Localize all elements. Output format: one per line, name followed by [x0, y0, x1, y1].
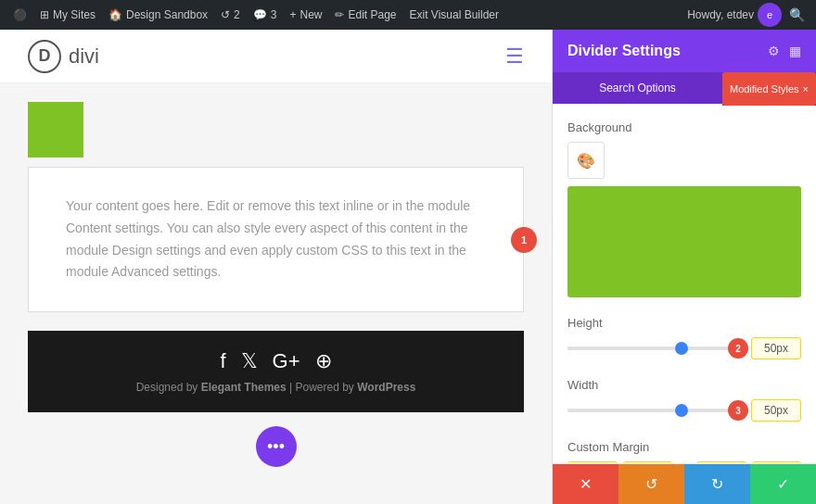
modified-close-icon[interactable]: × [803, 83, 809, 94]
update-icon: ↺ [221, 8, 230, 21]
panel-tabs: Search Options Modified Styles × [553, 72, 816, 106]
fab-area: ••• [28, 412, 524, 481]
footer-social-icons: f 𝕏 G+ ⊕ [46, 349, 505, 373]
margin-right-input[interactable] [752, 461, 802, 463]
plus-icon: + [289, 8, 296, 21]
background-section: Background 🎨 [567, 120, 801, 297]
height-section: Height 2 [567, 316, 801, 359]
badge-3: 3 [728, 400, 748, 421]
background-label: Background [567, 120, 801, 134]
margin-top-input[interactable] [567, 461, 618, 463]
height-input[interactable] [751, 337, 801, 359]
custom-margin-section: Custom Margin 4 Top Bottom ⛓ [567, 440, 801, 463]
page-builder: D divi ☰ Your content goes here. Edit or… [0, 30, 552, 504]
width-slider-row: 3 [567, 399, 801, 422]
content-card[interactable]: Your content goes here. Edit or remove t… [28, 167, 524, 312]
admin-bar-my-sites[interactable]: ⊞ My Sites [34, 0, 101, 30]
margin-left-field: Left [696, 461, 746, 463]
width-slider[interactable]: 3 [567, 409, 744, 412]
redo-icon: ↻ [711, 475, 723, 493]
admin-bar-comments[interactable]: 💬 3 [248, 0, 283, 30]
cancel-button[interactable]: ✕ [553, 464, 618, 504]
settings-panel: Divider Settings ⚙ ▦ Search Options Modi… [552, 30, 816, 504]
margin-top-field: Top [567, 461, 618, 463]
admin-bar-exit-builder[interactable]: Exit Visual Builder [404, 0, 505, 30]
margin-left-input[interactable] [696, 461, 746, 463]
wordpress-link[interactable]: WordPress [357, 381, 415, 394]
comment-icon: 💬 [253, 8, 267, 21]
fab-button[interactable]: ••• [256, 426, 297, 467]
search-icon[interactable]: 🔍 [785, 4, 809, 26]
green-block[interactable] [28, 102, 83, 158]
paint-icon: 🎨 [577, 152, 595, 170]
facebook-icon[interactable]: f [220, 349, 225, 373]
badge-2: 2 [728, 338, 748, 359]
arrow-indicator-1: 1 [511, 227, 537, 253]
dots-icon: ••• [267, 437, 285, 457]
width-input[interactable] [751, 399, 801, 422]
margin-bottom-input[interactable] [623, 461, 673, 463]
height-slider-row: 2 [567, 337, 801, 359]
divi-logo-text: divi [69, 44, 99, 69]
save-icon: ✓ [777, 475, 789, 493]
width-label: Width [567, 378, 801, 392]
layout-icon[interactable]: ▦ [789, 44, 801, 58]
admin-bar-updates[interactable]: ↺ 2 [215, 0, 246, 30]
admin-bar-wp-icon[interactable]: ⚫ [7, 0, 32, 30]
cancel-icon: ✕ [580, 475, 592, 493]
main-layout: D divi ☰ Your content goes here. Edit or… [0, 30, 816, 504]
admin-bar-edit-page[interactable]: ✏ Edit Page [329, 0, 402, 30]
margin-right-field: Right [752, 461, 802, 463]
panel-body: Background 🎨 Height 2 [553, 106, 816, 463]
panel-footer: ✕ ↺ ↻ ✓ [553, 463, 816, 504]
edit-icon: ✏ [335, 8, 344, 21]
height-label: Height [567, 316, 801, 330]
admin-bar-right: Howdy, etdev e 🔍 [687, 3, 809, 27]
page-content: Your content goes here. Edit or remove t… [0, 83, 552, 504]
twitter-icon[interactable]: 𝕏 [241, 349, 258, 373]
divi-logo-circle: D [28, 40, 61, 73]
admin-bar-new[interactable]: + New [284, 0, 327, 30]
elegant-themes-link[interactable]: Elegant Themes [201, 381, 287, 394]
avatar: e [758, 3, 782, 27]
admin-bar-design-sandbox[interactable]: 🏠 Design Sandbox [103, 0, 213, 30]
width-section: Width 3 [567, 378, 801, 422]
custom-margin-label: Custom Margin [567, 440, 801, 454]
settings-gear-icon[interactable]: ⚙ [768, 44, 780, 58]
save-button[interactable]: ✓ [750, 464, 816, 504]
panel-title: Divider Settings [567, 43, 681, 59]
background-swatch[interactable]: 🎨 [567, 142, 605, 179]
margin-bottom-field: Bottom [623, 461, 673, 463]
background-preview [567, 186, 801, 297]
page-footer: f 𝕏 G+ ⊕ Designed by Elegant Themes | Po… [28, 331, 524, 412]
undo-icon: ↺ [645, 475, 657, 493]
tab-search-options[interactable]: Search Options [553, 72, 722, 106]
rss-icon[interactable]: ⊕ [315, 349, 332, 373]
undo-button[interactable]: ↺ [618, 464, 684, 504]
hamburger-menu[interactable]: ☰ [505, 44, 524, 69]
sites-icon: ⊞ [40, 8, 49, 21]
tab-modified-styles[interactable]: Modified Styles × [722, 72, 816, 106]
home-icon: 🏠 [108, 8, 122, 21]
wp-icon: ⚫ [13, 8, 27, 21]
panel-header: Divider Settings ⚙ ▦ [553, 30, 816, 72]
panel-header-icons: ⚙ ▦ [768, 44, 801, 58]
margin-row: 4 Top Bottom ⛓ Left [567, 461, 801, 463]
divi-logo: D divi [28, 40, 99, 73]
content-card-wrapper: Your content goes here. Edit or remove t… [28, 167, 524, 312]
height-slider[interactable]: 2 [567, 346, 744, 350]
redo-button[interactable]: ↻ [684, 464, 750, 504]
footer-text: Designed by Elegant Themes | Powered by … [46, 381, 505, 394]
divi-header: D divi ☰ [0, 30, 552, 83]
howdy-text: Howdy, etdev [687, 8, 754, 21]
admin-bar: ⚫ ⊞ My Sites 🏠 Design Sandbox ↺ 2 💬 3 + … [0, 0, 816, 30]
content-text: Your content goes here. Edit or remove t… [66, 195, 486, 284]
googleplus-icon[interactable]: G+ [273, 349, 300, 373]
